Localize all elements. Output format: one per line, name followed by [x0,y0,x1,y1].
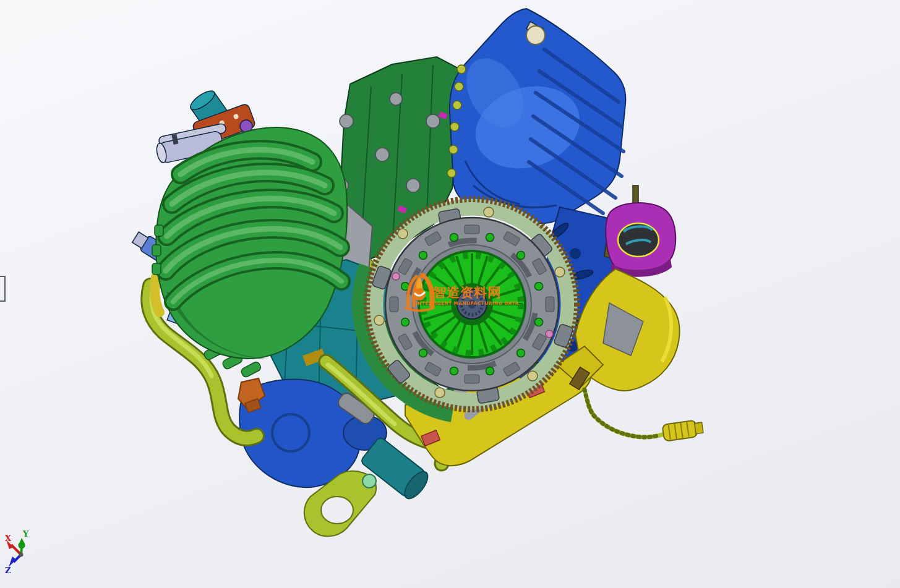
orientation-triad: X Y Z [5,529,29,575]
oil-pan[interactable] [447,9,625,223]
watermark-title: 智造资料网 [432,285,501,300]
clipped-side-panel[interactable] [0,276,5,301]
injector-hose[interactable] [155,277,160,312]
x-axis-label: X [5,534,12,543]
y-axis-label: Y [22,529,29,539]
z-axis-label: Z [5,566,11,575]
3d-viewport[interactable]: 智造资料网 INTELLIGENT MANUFACTURING DATA X Y… [0,0,900,588]
hook-hole [321,496,353,524]
cad-canvas: 智造资料网 INTELLIGENT MANUFACTURING DATA X Y… [0,0,900,588]
watermark-subtitle: INTELLIGENT MANUFACTURING DATA [416,300,519,306]
o2-connector[interactable] [662,419,703,441]
